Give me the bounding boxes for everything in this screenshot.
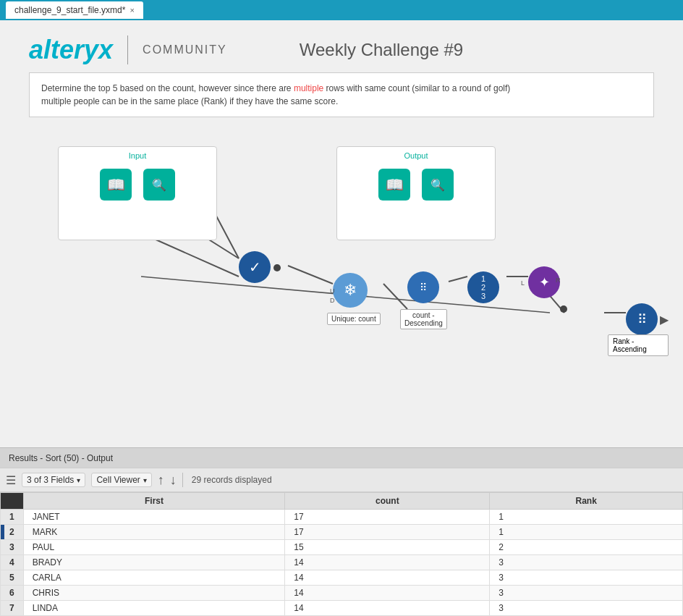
- svg-line-4: [288, 266, 333, 284]
- cell-first: LINDA: [23, 601, 285, 616]
- table-row: 5CARLA143: [1, 570, 683, 586]
- output-book-tool[interactable]: 📖: [378, 169, 410, 201]
- multirow-tool[interactable]: 123: [467, 271, 499, 303]
- workflow-canvas: Input 📖 🔍 Output 📖 🔍 ✓ ❄ U D Unique: cou…: [14, 132, 669, 378]
- fields-label: 3 of 3 Fields: [27, 475, 74, 485]
- tab-label: challenge_9_start_file.yxmd*: [14, 5, 125, 15]
- table-row: 7LINDA143: [1, 601, 683, 616]
- output-tools: 📖 🔍: [337, 169, 495, 201]
- cell-count: 15: [285, 540, 490, 555]
- description-box: Determine the top 5 based on the count, …: [29, 72, 654, 117]
- table-row: 3PAUL152: [1, 540, 683, 555]
- header-divider: [127, 35, 128, 64]
- col-header-record[interactable]: [1, 493, 24, 510]
- data-table: First count Rank 1JANET1712MARK1713PAUL1…: [0, 492, 683, 616]
- desc-text-2: multiple people can be in the same place…: [41, 95, 642, 108]
- cell-count: 17: [285, 510, 490, 525]
- cell-record: 1: [1, 510, 24, 525]
- cell-count: 14: [285, 601, 490, 616]
- challenge-title: Weekly Challenge #9: [300, 40, 463, 60]
- col-header-count[interactable]: count: [285, 493, 490, 510]
- unique-label: Unique: count: [327, 313, 381, 325]
- cell-record: 7: [1, 601, 24, 616]
- cell-first: CARLA: [23, 570, 285, 586]
- results-toolbar: ☰ 3 of 3 Fields ▾ Cell Viewer ▾ ↑ ↓ 29 r…: [0, 468, 683, 492]
- join-l-label: L: [521, 279, 525, 287]
- unique-d-label: D: [330, 297, 335, 304]
- unique-tool[interactable]: ❄: [333, 273, 368, 308]
- results-bar: Results - Sort (50) - Output: [0, 447, 683, 468]
- cell-record: 6: [1, 586, 24, 601]
- cell-first: BRADY: [23, 555, 285, 570]
- sort-ascending-btn[interactable]: ↑: [158, 473, 164, 488]
- table-row: 4BRADY143: [1, 555, 683, 570]
- desc-text-1: Determine the top 5 based on the count, …: [41, 82, 642, 95]
- rank-label: Rank - Ascending: [608, 334, 669, 356]
- cell-rank: 1: [490, 525, 683, 540]
- cell-count: 14: [285, 555, 490, 570]
- cell-record: 4: [1, 555, 24, 570]
- table-row: 1JANET171: [1, 510, 683, 525]
- alteryx-logo: alteryx: [29, 35, 113, 65]
- table-header-row: First count Rank: [1, 493, 683, 510]
- tab-close-button[interactable]: ×: [130, 6, 134, 14]
- output-label: Output: [337, 147, 495, 161]
- cell-rank: 2: [490, 540, 683, 555]
- canvas-area: alteryx COMMUNITY Weekly Challenge #9 De…: [0, 20, 683, 447]
- cell-record: 3: [1, 540, 24, 555]
- cell-rank: 3: [490, 601, 683, 616]
- rank-tool[interactable]: ⠿: [626, 303, 658, 335]
- cell-rank: 3: [490, 555, 683, 570]
- toolbar-separator: [182, 473, 183, 487]
- svg-line-6: [449, 277, 467, 282]
- records-count-label: 29 records displayed: [192, 475, 272, 485]
- results-bar-label: Results - Sort (50) - Output: [9, 453, 113, 463]
- union-output-connector: [273, 264, 281, 271]
- cell-count: 17: [285, 525, 490, 540]
- file-tab[interactable]: challenge_9_start_file.yxmd* ×: [6, 1, 143, 19]
- input-box: Input 📖 🔍: [58, 146, 217, 240]
- svg-line-5: [383, 284, 407, 309]
- table-row: 2MARK171: [1, 525, 683, 540]
- data-table-wrapper: First count Rank 1JANET1712MARK1713PAUL1…: [0, 492, 683, 616]
- community-label: COMMUNITY: [143, 43, 227, 56]
- cell-first: CHRIS: [23, 586, 285, 601]
- row-indicator: [1, 525, 4, 539]
- cell-viewer-label: Cell Viewer: [96, 475, 140, 485]
- list-icon: ☰: [6, 473, 16, 487]
- output-box: Output 📖 🔍: [336, 146, 496, 240]
- col-header-rank[interactable]: Rank: [490, 493, 683, 510]
- join-output-connector: [560, 305, 567, 313]
- cell-count: 14: [285, 586, 490, 601]
- input-label: Input: [59, 147, 216, 161]
- cell-count: 14: [285, 570, 490, 586]
- cell-first: MARK: [23, 525, 285, 540]
- cell-record: 5: [1, 570, 24, 586]
- app-header: alteryx COMMUNITY Weekly Challenge #9: [0, 20, 683, 72]
- unique-u-label: U: [330, 287, 335, 295]
- union-tool[interactable]: ✓: [239, 251, 271, 283]
- sort-tool[interactable]: ⠿: [407, 271, 439, 303]
- viewer-dropdown-arrow: ▾: [143, 476, 147, 484]
- cell-rank: 1: [490, 510, 683, 525]
- table-row: 6CHRIS143: [1, 586, 683, 601]
- cell-record: 2: [1, 525, 24, 540]
- input-tools: 📖 🔍: [59, 169, 216, 201]
- col-header-first[interactable]: First: [23, 493, 285, 510]
- tab-bar: challenge_9_start_file.yxmd* ×: [0, 0, 683, 20]
- cell-rank: 3: [490, 586, 683, 601]
- join-r-label: R: [556, 277, 561, 284]
- sort-label: count -Descending: [400, 309, 447, 329]
- fields-selector[interactable]: 3 of 3 Fields ▾: [22, 473, 85, 487]
- highlight-text: multiple: [294, 83, 323, 93]
- rank-output-arrow: ▶: [660, 313, 669, 326]
- cell-viewer-btn[interactable]: Cell Viewer ▾: [91, 473, 151, 487]
- input-book-tool[interactable]: 📖: [100, 169, 132, 201]
- cell-rank: 3: [490, 570, 683, 586]
- cell-first: PAUL: [23, 540, 285, 555]
- fields-dropdown-arrow: ▾: [77, 476, 80, 484]
- cell-first: JANET: [23, 510, 285, 525]
- output-browse-tool[interactable]: 🔍: [422, 169, 454, 201]
- input-browse-tool[interactable]: 🔍: [143, 169, 175, 201]
- sort-descending-btn[interactable]: ↓: [170, 473, 177, 488]
